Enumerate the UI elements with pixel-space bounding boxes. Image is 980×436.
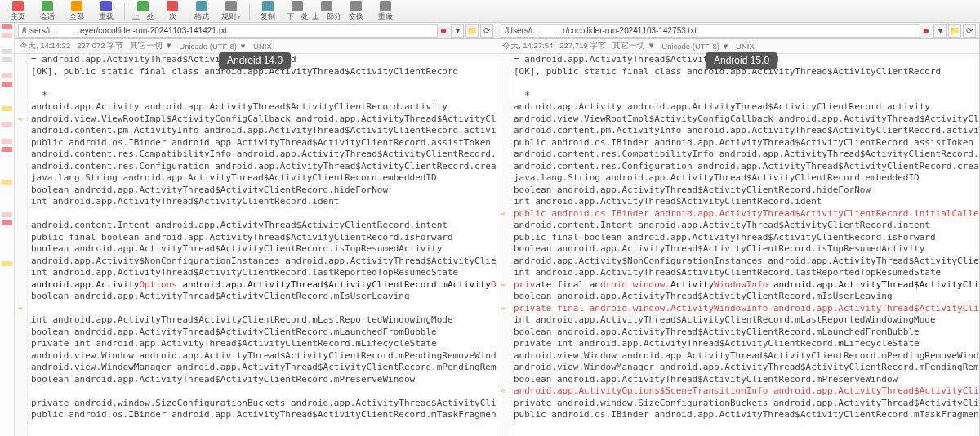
- right-path-input[interactable]: [501, 24, 920, 38]
- code-line[interactable]: android.view.Window android.app.Activity…: [31, 350, 497, 363]
- right-code[interactable]: = android.app.ActivityThread$ActivityCli…: [497, 54, 979, 436]
- code-line[interactable]: private android.window.SizeConfiguration…: [31, 398, 497, 410]
- toolbar-格式[interactable]: 格式: [187, 1, 216, 22]
- code-line[interactable]: [514, 78, 979, 90]
- code-line[interactable]: [31, 208, 497, 220]
- toolbar-规则[interactable]: 规则▼: [216, 1, 246, 22]
- toolbar-次[interactable]: 次: [158, 1, 187, 22]
- encoding-dropdown[interactable]: Unicode (UTF-8) ▼: [179, 42, 247, 51]
- code-line[interactable]: android.content.res.Configuration androi…: [514, 161, 979, 173]
- code-line[interactable]: private final android.window.ActivityWin…: [514, 303, 979, 315]
- code-line[interactable]: [OK], public static final class android.…: [31, 66, 497, 78]
- code-line[interactable]: [31, 303, 497, 315]
- code-line[interactable]: android.view.ViewRootImpl$ActivityConfig…: [514, 113, 979, 126]
- code-line[interactable]: boolean android.app.ActivityThread$Activ…: [31, 327, 497, 339]
- code-line[interactable]: int android.app.ActivityThread$ActivityC…: [31, 314, 497, 327]
- toolbar-重载[interactable]: 重载: [91, 1, 121, 22]
- toolbar-会话[interactable]: 会话: [33, 1, 62, 22]
- modified-indicator-icon: [441, 29, 446, 33]
- code-line[interactable]: android.app.ActivityOptions$SceneTransit…: [514, 385, 979, 398]
- toolbar-下一处[interactable]: 下一处: [283, 1, 312, 22]
- code-line[interactable]: int android.app.ActivityThread$ActivityC…: [514, 267, 979, 279]
- left-statusbar: 今天, 14:14:22 227,072 字节 其它一切 ▼ Unicode (…: [15, 39, 497, 54]
- code-line[interactable]: android.app.ActivityOptions android.app.…: [31, 279, 497, 291]
- code-line[interactable]: boolean android.app.ActivityThread$Activ…: [31, 243, 497, 256]
- toolbar-复制[interactable]: 复制: [253, 1, 283, 22]
- code-line[interactable]: boolean android.app.ActivityThread$Activ…: [514, 374, 979, 386]
- code-line[interactable]: int android.app.ActivityThread$ActivityC…: [31, 267, 497, 279]
- encoding-dropdown[interactable]: Unicode (UTF-8) ▼: [662, 42, 729, 51]
- code-line[interactable]: android.content.res.CompatibilityInfo an…: [31, 149, 497, 161]
- refresh-button[interactable]: ⟳: [963, 24, 976, 38]
- code-line[interactable]: android.view.Window android.app.Activity…: [514, 350, 979, 363]
- code-line[interactable]: android.app.Activity android.app.Activit…: [31, 101, 497, 113]
- right-diff-gutter: [497, 54, 510, 436]
- browse-button[interactable]: 📁: [466, 24, 479, 38]
- code-line[interactable]: int android.app.ActivityThread$ActivityC…: [31, 196, 497, 208]
- code-line[interactable]: android.view.WindowManager android.app.A…: [31, 362, 497, 374]
- code-line[interactable]: android.view.ViewRootImpl$ActivityConfig…: [31, 113, 497, 126]
- code-line[interactable]: android.app.Activity$NonConfigurationIns…: [514, 256, 979, 268]
- code-line[interactable]: android.view.WindowManager android.app.A…: [514, 362, 979, 374]
- code-line[interactable]: public final boolean android.app.Activit…: [514, 232, 979, 244]
- code-line[interactable]: boolean android.app.ActivityThread$Activ…: [31, 291, 497, 303]
- code-line[interactable]: android.content.pm.ActivityInfo android.…: [31, 125, 497, 137]
- toolbar-重做[interactable]: 重做: [371, 1, 400, 22]
- code-line[interactable]: boolean android.app.ActivityThread$Activ…: [514, 327, 979, 339]
- code-line[interactable]: android.app.Activity android.app.Activit…: [514, 101, 979, 113]
- modified-indicator-icon: [924, 29, 929, 33]
- code-line[interactable]: public android.os.IBinder android.app.Ac…: [31, 137, 497, 149]
- code-line[interactable]: int android.app.ActivityThread$ActivityC…: [514, 196, 979, 208]
- browse-button[interactable]: 📁: [948, 24, 961, 38]
- code-line[interactable]: android.content.pm.ActivityInfo android.…: [514, 125, 979, 137]
- code-line[interactable]: android.content.res.CompatibilityInfo an…: [514, 149, 979, 161]
- history-button[interactable]: ▾: [933, 24, 947, 38]
- code-line[interactable]: public android.os.IBinder android.app.Ac…: [31, 409, 497, 421]
- left-pane: ▾ 📁 ⟳ 今天, 14:14:22 227,072 字节 其它一切 ▼ Uni…: [15, 23, 497, 436]
- right-pane: ▾ 📁 ⟳ 今天, 14:27:54 227,719 字节 其它一切 ▼ Uni…: [497, 23, 980, 436]
- code-line[interactable]: private int android.app.ActivityThread$A…: [514, 338, 979, 350]
- code-line[interactable]: boolean android.app.ActivityThread$Activ…: [514, 243, 979, 256]
- code-line[interactable]: = android.app.ActivityThread$ActivityCli…: [514, 54, 979, 66]
- code-line[interactable]: [31, 78, 497, 90]
- code-line[interactable]: boolean android.app.ActivityThread$Activ…: [514, 291, 979, 303]
- code-line[interactable]: private android.window.SizeConfiguration…: [514, 398, 979, 410]
- left-code[interactable]: = android.app.ActivityThread$ActivityCli…: [15, 54, 497, 436]
- code-line[interactable]: public android.os.IBinder android.app.Ac…: [514, 137, 979, 149]
- overview-gutter[interactable]: [0, 23, 15, 436]
- code-line[interactable]: android.app.Activity$NonConfigurationIns…: [31, 256, 497, 268]
- refresh-button[interactable]: ⟳: [480, 24, 493, 38]
- toolbar-上一处[interactable]: 上一处: [128, 1, 158, 22]
- code-line[interactable]: android.content.res.Configuration androi…: [31, 161, 497, 173]
- code-line[interactable]: = android.app.ActivityThread$ActivityCli…: [31, 54, 497, 66]
- code-line[interactable]: private int android.app.ActivityThread$A…: [31, 338, 497, 350]
- toolbar-交换[interactable]: 交换: [341, 1, 371, 22]
- code-line[interactable]: int android.app.ActivityThread$ActivityC…: [514, 314, 979, 327]
- history-button[interactable]: ▾: [451, 24, 464, 38]
- code-line[interactable]: public final boolean android.app.Activit…: [31, 232, 497, 244]
- code-line[interactable]: private final android.window.ActivityWin…: [514, 279, 979, 291]
- left-pathbar: ▾ 📁 ⟳: [15, 23, 497, 39]
- code-line[interactable]: public android.os.IBinder android.app.Ac…: [514, 208, 979, 220]
- code-line[interactable]: _ *: [31, 90, 497, 102]
- toolbar-全部[interactable]: 全部: [62, 1, 91, 22]
- code-line[interactable]: boolean android.app.ActivityThread$Activ…: [514, 185, 979, 197]
- code-line[interactable]: java.lang.String android.app.ActivityThr…: [514, 172, 979, 185]
- code-line[interactable]: java.lang.String android.app.ActivityThr…: [31, 172, 497, 185]
- code-line[interactable]: boolean android.app.ActivityThread$Activ…: [31, 374, 497, 386]
- left-path-input[interactable]: [18, 24, 438, 38]
- main-area: ▾ 📁 ⟳ 今天, 14:14:22 227,072 字节 其它一切 ▼ Uni…: [0, 23, 980, 436]
- code-line[interactable]: _ *: [514, 90, 979, 102]
- code-line[interactable]: [31, 385, 497, 398]
- code-line[interactable]: public android.os.IBinder android.app.Ac…: [514, 409, 979, 421]
- filter-dropdown[interactable]: 其它一切 ▼: [612, 41, 655, 51]
- right-pathbar: ▾ 📁 ⟳: [497, 23, 979, 39]
- code-line[interactable]: android.content.Intent android.app.Activ…: [31, 220, 497, 232]
- toolbar-上一部分[interactable]: 上一部分: [312, 1, 341, 22]
- toolbar-主页[interactable]: 主页: [3, 1, 33, 22]
- main-toolbar: 主页会话全部重载上一处次格式规则▼复制下一处上一部分交换重做: [0, 0, 980, 23]
- code-line[interactable]: android.content.Intent android.app.Activ…: [514, 220, 979, 232]
- filter-dropdown[interactable]: 其它一切 ▼: [130, 41, 172, 51]
- code-line[interactable]: [OK], public static final class android.…: [514, 66, 979, 78]
- code-line[interactable]: boolean android.app.ActivityThread$Activ…: [31, 185, 497, 197]
